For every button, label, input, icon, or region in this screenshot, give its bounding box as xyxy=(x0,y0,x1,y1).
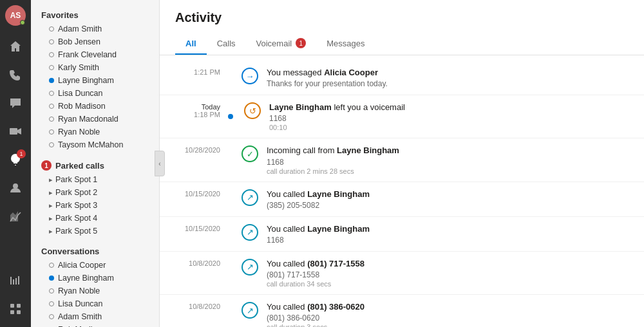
activity-item[interactable]: 10/15/2020↗You called Layne Bingham1168 xyxy=(160,217,644,252)
conv-item-alicia-cooper[interactable]: Alicia Cooper xyxy=(31,259,159,272)
tab-voicemail[interactable]: Voicemail1 xyxy=(246,33,317,55)
conv-item-ryan-noble[interactable]: Ryan Noble xyxy=(31,285,159,297)
sidebar-item-bob-jensen[interactable]: Bob Jensen xyxy=(31,35,159,48)
activity-icon: ↗ xyxy=(242,189,258,206)
activity-list: 1:21 PM→You messaged Alicia CooperThanks… xyxy=(160,55,644,327)
sidebar-item-lisa-duncan[interactable]: Lisa Duncan xyxy=(31,87,159,100)
sidebar-item-label: Lisa Duncan xyxy=(58,89,103,98)
activity-icon-wrap: ✓ xyxy=(241,145,259,163)
unread-dot xyxy=(228,114,233,119)
activity-main-line: You called (801) 386-0620 xyxy=(267,301,629,313)
sidebar-item-label: Frank Cleveland xyxy=(58,50,117,59)
sidebar-item-ryan-macdonald[interactable]: Ryan Macdonald xyxy=(31,113,159,126)
apps-icon[interactable] xyxy=(3,296,28,322)
activity-item[interactable]: 10/15/2020↗You called Layne Bingham(385)… xyxy=(160,182,644,217)
activity-content: Layne Bingham left you a voicemail116800… xyxy=(269,102,629,131)
activity-sub-line: (385) 205-5082 xyxy=(267,201,629,210)
park-item-park-spot-3[interactable]: ▸Park Spot 3 xyxy=(31,199,159,212)
sidebar-item-ryan-noble[interactable]: Ryan Noble xyxy=(31,126,159,138)
conv-item-adam-smith[interactable]: Adam Smith xyxy=(31,310,159,323)
tab-badge: 1 xyxy=(296,38,306,48)
sidebar-item-label: Taysom McMahon xyxy=(58,140,123,149)
sidebar-item-adam-smith[interactable]: Adam Smith xyxy=(31,23,159,35)
activity-main-line: Layne Bingham left you a voicemail xyxy=(269,102,629,113)
tab-all[interactable]: All xyxy=(175,33,207,55)
activity-main-line: You called Layne Bingham xyxy=(267,189,629,200)
activity-item[interactable]: 10/8/2020↗You called (801) 717-1558(801)… xyxy=(160,252,644,295)
conv-item-label: Ryan Noble xyxy=(58,286,100,295)
park-item-label: Park Spot 4 xyxy=(55,214,97,223)
park-item-label: Park Spot 1 xyxy=(55,175,97,184)
activity-content: You messaged Alicia CooperThanks for you… xyxy=(267,67,629,88)
activity-content: You called (801) 717-1558(801) 717-1558c… xyxy=(267,258,629,288)
park-item-park-spot-4[interactable]: ▸Park Spot 4 xyxy=(31,212,159,225)
parked-calls-title: 1 Parked calls xyxy=(31,155,159,173)
svg-rect-6 xyxy=(10,304,14,308)
activity-item[interactable]: 10/8/2020↗You called (801) 386-0620(801)… xyxy=(160,295,644,327)
page-title: Activity xyxy=(175,10,629,25)
park-item-park-spot-5[interactable]: ▸Park Spot 5 xyxy=(31,225,159,238)
tab-calls[interactable]: Calls xyxy=(207,33,246,55)
svg-rect-7 xyxy=(17,304,21,308)
park-item-park-spot-2[interactable]: ▸Park Spot 2 xyxy=(31,186,159,199)
activity-main-line: You messaged Alicia Cooper xyxy=(267,67,629,79)
tab-messages[interactable]: Messages xyxy=(316,33,375,55)
conv-item-lisa-duncan[interactable]: Lisa Duncan xyxy=(31,297,159,310)
tab-bar: AllCallsVoicemail1Messages xyxy=(175,33,629,55)
conv-item-rob-madison[interactable]: Rob Madison xyxy=(31,323,159,327)
activity-sub-line2: call duration 34 secs xyxy=(267,280,629,288)
activity-icon: ↗ xyxy=(242,302,258,319)
park-item-label: Park Spot 5 xyxy=(55,227,97,236)
chat-icon[interactable] xyxy=(3,90,28,116)
activity-icon-wrap: ↗ xyxy=(241,223,259,241)
park-icon: ▸ xyxy=(49,201,53,210)
conv-item-layne-bingham[interactable]: Layne Bingham xyxy=(31,272,159,285)
status-dot xyxy=(20,20,25,25)
sidebar-item-frank-cleveland[interactable]: Frank Cleveland xyxy=(31,48,159,61)
activity-item[interactable]: 1:21 PM→You messaged Alicia CooperThanks… xyxy=(160,61,644,95)
sidebar-item-karly-smith[interactable]: Karly Smith xyxy=(31,61,159,74)
activity-time: 10/15/2020 xyxy=(175,189,220,198)
activity-time: 10/8/2020 xyxy=(175,258,220,267)
activity-main-line: You called (801) 717-1558 xyxy=(267,258,629,270)
tab-label: All xyxy=(185,39,196,48)
equalizer-icon[interactable] xyxy=(3,268,28,294)
park-icon: ▸ xyxy=(49,189,53,197)
activity-sub-line2: 00:10 xyxy=(269,124,629,131)
svg-rect-0 xyxy=(10,128,17,135)
park-item-label: Park Spot 2 xyxy=(55,188,97,197)
activity-item[interactable]: Today1:18 PM↺Layne Bingham left you a vo… xyxy=(160,95,644,138)
activity-item[interactable]: 10/28/2020✓Incoming call from Layne Bing… xyxy=(160,138,644,182)
activity-icon: → xyxy=(242,68,258,84)
park-icon: ▸ xyxy=(49,227,53,236)
activity-sub-line: 1168 xyxy=(267,236,629,245)
svg-rect-8 xyxy=(10,310,14,314)
sidebar-item-layne-bingham[interactable]: Layne Bingham xyxy=(31,74,159,87)
activity-icon[interactable]: 1 xyxy=(3,147,28,173)
contacts-icon[interactable] xyxy=(3,175,28,201)
conversations-title: Conversations xyxy=(31,241,159,259)
activity-icon-wrap: → xyxy=(241,67,259,85)
collapse-button[interactable]: ‹ xyxy=(155,151,165,176)
conv-item-label: Adam Smith xyxy=(58,312,102,321)
park-item-park-spot-1[interactable]: ▸Park Spot 1 xyxy=(31,173,159,186)
svg-point-1 xyxy=(13,183,18,189)
avatar[interactable]: AS xyxy=(5,5,26,26)
activity-icon-wrap: ↗ xyxy=(241,258,259,276)
sidebar-item-label: Ryan Macdonald xyxy=(58,115,118,124)
sidebar-item-label: Layne Bingham xyxy=(58,76,114,85)
park-icon: ▸ xyxy=(49,176,53,184)
video-icon[interactable] xyxy=(3,118,28,144)
activity-icon: ↺ xyxy=(244,102,261,119)
analytics-icon[interactable] xyxy=(3,203,28,229)
sidebar-item-label: Karly Smith xyxy=(58,63,99,72)
home-icon[interactable] xyxy=(3,33,28,59)
svg-rect-2 xyxy=(10,277,12,285)
tab-label: Calls xyxy=(217,39,236,48)
phone-icon[interactable] xyxy=(3,62,28,88)
activity-time: 10/15/2020 xyxy=(175,223,220,232)
sidebar-item-rob-madison[interactable]: Rob Madison xyxy=(31,100,159,113)
activity-sub-line: 1168 xyxy=(267,158,629,167)
sidebar-item-taysom-mcmahon[interactable]: Taysom McMahon xyxy=(31,138,159,151)
activity-content: Incoming call from Layne Bingham1168call… xyxy=(267,145,629,174)
